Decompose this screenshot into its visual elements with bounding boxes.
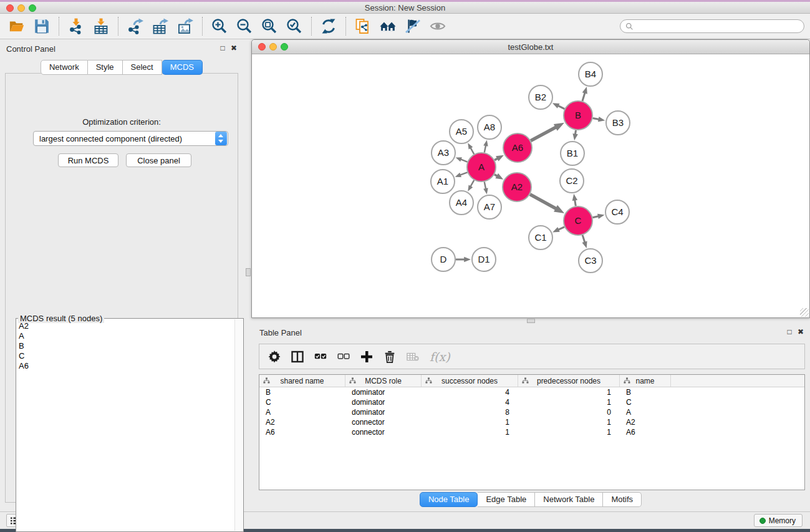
mcds-result-item[interactable]: A: [17, 331, 234, 341]
edge-A-A7[interactable]: [485, 182, 486, 190]
mcds-result-list[interactable]: A2ABCA6: [17, 321, 234, 531]
table-close-panel-icon[interactable]: ✖: [796, 327, 805, 336]
export-network-icon-glyph: [127, 18, 143, 34]
float-panel-icon[interactable]: □: [218, 44, 227, 52]
table-cell: connector: [345, 417, 422, 427]
edge-A-A4[interactable]: [470, 180, 474, 187]
edge-C-C3[interactable]: [582, 235, 585, 243]
edge-A-A5[interactable]: [470, 147, 474, 154]
toolbar-group: [59, 16, 118, 36]
select-all-icon[interactable]: [314, 351, 327, 363]
import-network-icon[interactable]: [65, 16, 87, 36]
tab-style[interactable]: Style: [88, 60, 123, 75]
table-panel: Table Panel □ ✖ f(x) shared nameMCDS rol…: [251, 326, 810, 511]
edge-arrowhead: [456, 157, 462, 162]
tab-motifs[interactable]: Motifs: [603, 492, 642, 507]
zoom-selected-icon[interactable]: [284, 16, 305, 36]
edge-B-B2[interactable]: [557, 105, 564, 109]
tab-edge-table[interactable]: Edge Table: [478, 492, 535, 507]
table-cell: 1: [518, 397, 620, 407]
edge-C-C1[interactable]: [558, 227, 564, 230]
edge-C-C4[interactable]: [592, 216, 599, 218]
vertical-splitter-handle[interactable]: [246, 268, 251, 276]
run-mcds-button[interactable]: Run MCDS: [58, 153, 118, 167]
column-header-predecessor-nodes[interactable]: predecessor nodes: [518, 375, 620, 387]
function-builder-icon[interactable]: f(x): [430, 350, 450, 364]
zoom-in-icon[interactable]: [209, 16, 230, 36]
export-table-icon[interactable]: [150, 16, 171, 36]
hide-details-icon[interactable]: [402, 16, 423, 36]
add-column-icon-glyph: [360, 351, 373, 363]
graph-node-label: B2: [535, 92, 546, 102]
control-panel-title: Control Panel: [6, 44, 55, 54]
table-row[interactable]: Cdominator41C: [259, 397, 804, 407]
mcds-result-item[interactable]: C: [17, 351, 234, 361]
tab-network-table[interactable]: Network Table: [535, 492, 603, 507]
toolbar-group: [118, 16, 202, 36]
add-column-icon[interactable]: [360, 351, 373, 363]
edge-A-A8[interactable]: [485, 145, 486, 152]
table-cell: 1: [518, 387, 620, 397]
optimization-criterion-dropdown[interactable]: largest connected component (directed): [33, 131, 228, 146]
import-network-icon-glyph: [68, 18, 84, 34]
memory-button[interactable]: Memory: [754, 514, 803, 527]
export-network-icon[interactable]: [125, 16, 146, 36]
column-tree-icon: [349, 377, 356, 384]
column-header-name[interactable]: name: [620, 375, 671, 387]
deselect-all-icon[interactable]: [337, 351, 350, 363]
edge-arrowhead: [495, 173, 503, 180]
export-image-icon[interactable]: [175, 16, 196, 36]
gear-icon[interactable]: [268, 351, 281, 363]
first-neighbors-icon[interactable]: [377, 16, 398, 36]
table-row[interactable]: A6connector11A6: [259, 427, 804, 437]
mcds-result-item[interactable]: B: [17, 341, 234, 351]
split-view-icon[interactable]: [291, 351, 304, 363]
network-canvas[interactable]: B4B2BB3A5A8A6A3B1AA1C2A2A4A7C4CC1DD1C3: [253, 54, 809, 317]
edge-A6-B[interactable]: [531, 127, 556, 141]
column-header-MCDS-role[interactable]: MCDS role: [345, 375, 422, 387]
table-row[interactable]: Adominator80A: [259, 407, 804, 417]
mcds-result-scrollbar[interactable]: [234, 319, 243, 531]
table-cell: 4: [422, 387, 518, 397]
mcds-result-item[interactable]: A6: [17, 361, 234, 371]
new-network-from-selection-icon[interactable]: [352, 16, 374, 36]
edge-A-A3[interactable]: [460, 159, 467, 162]
window-resize-grip[interactable]: [800, 308, 809, 317]
table-cell: C: [620, 397, 671, 407]
refresh-icon[interactable]: [318, 16, 339, 36]
horizontal-splitter-handle[interactable]: [527, 319, 535, 323]
open-file-icon[interactable]: [6, 16, 27, 36]
table-float-panel-icon[interactable]: □: [785, 327, 794, 336]
zoom-fit-icon[interactable]: [259, 16, 280, 36]
search-input[interactable]: [636, 21, 804, 31]
tab-node-table[interactable]: Node Table: [420, 492, 478, 507]
graph-node-label: A7: [484, 201, 495, 212]
close-panel-icon[interactable]: ✖: [229, 44, 238, 52]
control-panel-tabs: NetworkStyleSelectMCDS: [0, 60, 243, 75]
save-session-icon[interactable]: [31, 16, 52, 36]
edge-A2-C[interactable]: [530, 195, 556, 209]
edge-arrowhead: [597, 214, 604, 219]
column-header-successor-nodes[interactable]: successor nodes: [422, 375, 518, 387]
node-table[interactable]: shared nameMCDS rolesuccessor nodesprede…: [259, 374, 805, 490]
delete-table-icon[interactable]: [407, 351, 419, 363]
zoom-out-icon[interactable]: [234, 16, 255, 36]
tab-mcds[interactable]: MCDS: [162, 60, 203, 75]
close-panel-button[interactable]: Close panel: [126, 153, 191, 167]
delete-column-icon[interactable]: [383, 351, 396, 363]
search-box[interactable]: [620, 19, 804, 33]
edge-B-B4[interactable]: [582, 92, 585, 101]
column-header-label: name: [635, 377, 654, 385]
column-header-shared-name[interactable]: shared name: [259, 375, 345, 387]
import-table-icon[interactable]: [90, 16, 112, 36]
table-row[interactable]: A2connector11A2: [259, 417, 804, 427]
mcds-result-item[interactable]: A2: [17, 321, 234, 331]
tab-network[interactable]: Network: [41, 60, 88, 75]
edge-B-B3[interactable]: [593, 118, 600, 119]
table-row[interactable]: Bdominator41B: [259, 387, 804, 397]
tab-select[interactable]: Select: [123, 60, 162, 75]
edge-A-A1[interactable]: [460, 172, 467, 175]
edge-C-C2[interactable]: [575, 200, 576, 206]
show-details-icon[interactable]: [427, 16, 448, 36]
network-window-titlebar[interactable]: testGlobe.txt: [252, 40, 809, 54]
